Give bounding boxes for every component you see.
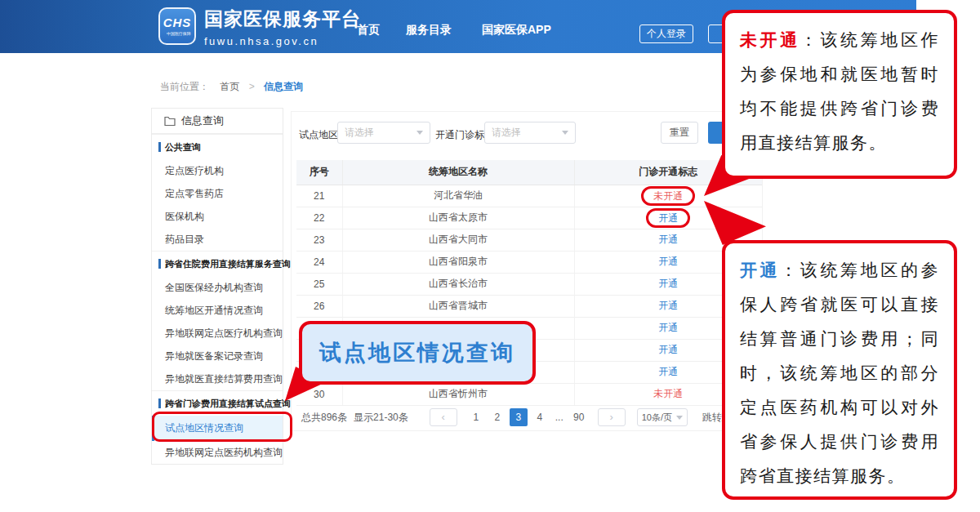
cell-region: 山西省晋城市	[342, 295, 574, 317]
cell-no: 25	[296, 273, 342, 295]
sidebar-item[interactable]: 定点零售药店	[152, 182, 283, 205]
sidebar-label: 异地联网定点医疗机构查询	[165, 327, 283, 339]
sidebar-label: 跨省住院费用直接结算服务查询	[165, 258, 291, 270]
page-number-90[interactable]: 90	[570, 408, 588, 426]
page: CHS 中国医疗保障 国家医保服务平台 fuwu.nhsa.gov.cn 首页 …	[0, 0, 980, 512]
page-size-value: 10条/页	[642, 412, 672, 424]
site-logo[interactable]: CHS 中国医疗保障	[158, 7, 196, 45]
callout-opened: 开通：该统筹地区的参保人跨省就医可以直接结算普通门诊费用；同时，该统筹地区的部分…	[722, 240, 957, 500]
pilot-region-placeholder: 请选择	[345, 122, 374, 143]
logo-abbr: CHS	[160, 16, 194, 29]
sidebar-section: 跨省住院费用直接结算服务查询	[152, 251, 283, 276]
sidebar-label: 异地就医备案记录查询	[165, 350, 263, 362]
cell-no: 23	[296, 229, 342, 251]
table-row: 25山西省长治市开通	[296, 273, 762, 295]
next-page-button[interactable]: ›	[598, 408, 626, 426]
sidebar-item[interactable]: 医保机构	[152, 205, 283, 228]
outpatient-flag-select[interactable]: 请选择	[484, 122, 576, 144]
page-size-select[interactable]: 10条/页	[637, 408, 688, 426]
sidebar-label: 定点零售药店	[165, 188, 224, 199]
section-marker-icon	[158, 398, 161, 408]
status-badge: 开通	[658, 256, 678, 267]
pilot-region-select[interactable]: 请选择	[337, 122, 430, 144]
callout-opened-term: 开通	[740, 260, 780, 279]
table-header-row: 序号 统筹地区名称 门诊开通标志	[296, 160, 762, 185]
nav-service-catalog[interactable]: 服务目录	[406, 23, 452, 38]
cell-region: 山西省阳泉市	[342, 251, 574, 273]
status-badge: 开通	[658, 322, 678, 333]
cell-region: 山西省太原市	[342, 207, 574, 229]
pagination-showing: 显示21-30条	[354, 411, 408, 425]
status-badge: 开通	[658, 344, 678, 355]
sidebar-item[interactable]: 全国医保经办机构查询	[152, 276, 283, 299]
cell-no: 24	[296, 251, 342, 273]
bubble-label: 试点地区情况查询	[319, 338, 515, 367]
status-badge-annotated: 开通	[646, 208, 690, 228]
sidebar-label: 全国医保经办机构查询	[165, 282, 263, 293]
sidebar-item[interactable]: 定点医疗机构	[152, 159, 283, 182]
table-row: 22山西省太原市开通	[296, 207, 762, 229]
cell-region: 河北省华油	[342, 185, 574, 207]
breadcrumb: 当前位置： 首页 > 信息查询	[160, 80, 303, 94]
status-badge: 开通	[658, 366, 678, 377]
section-marker-icon	[158, 142, 161, 152]
pagination-total: 总共896条	[301, 411, 347, 425]
chevron-down-icon	[676, 416, 683, 420]
cell-status: 未开通	[574, 185, 762, 207]
page-number-4[interactable]: 4	[531, 408, 549, 426]
cell-region: 山西省长治市	[342, 273, 574, 295]
sidebar-highlight-ring	[152, 412, 292, 442]
sidebar-list: 信息查询公共查询定点医疗机构定点零售药店医保机构药品目录跨省住院费用直接结算服务…	[152, 109, 283, 464]
table-row: 24山西省阳泉市开通	[296, 251, 762, 273]
cell-region: 山西省大同市	[342, 229, 574, 251]
table-row: 26山西省晋城市开通	[296, 295, 762, 317]
pagination: 总共896条 显示21-30条 ‹ 1234...90 › 10条/页 跳转至第	[301, 407, 759, 427]
col-header-region: 统筹地区名称	[342, 160, 574, 185]
chevron-down-icon	[562, 131, 568, 135]
status-badge: 开通	[658, 278, 678, 289]
personal-login-button[interactable]: 个人登录	[639, 24, 693, 43]
status-badge: 开通	[658, 234, 678, 245]
pilot-region-label: 试点地区	[299, 128, 338, 142]
status-badge: 未开通	[653, 388, 683, 399]
site-domain: fuwu.nhsa.gov.cn	[204, 35, 361, 47]
page-number-3[interactable]: 3	[510, 408, 528, 426]
sidebar-label: 异地联网定点医药机构查询	[165, 447, 283, 458]
breadcrumb-current[interactable]: 信息查询	[264, 81, 303, 92]
sidebar-section: 公共查询	[152, 134, 283, 159]
callout-not-opened: 未开通：该统筹地区作为参保地和就医地暂时均不能提供跨省门诊费用直接结算服务。	[722, 10, 957, 179]
sidebar-label: 药品目录	[165, 234, 204, 245]
reset-button[interactable]: 重置	[661, 122, 698, 144]
sidebar-label: 跨省门诊费用直接结算试点查询	[165, 398, 291, 410]
page-number-2[interactable]: 2	[488, 408, 506, 426]
cell-region: 山西省忻州市	[342, 383, 574, 405]
breadcrumb-home-link[interactable]: 首页	[220, 81, 239, 92]
sidebar-item[interactable]: 异地联网定点医药机构查询	[152, 441, 283, 464]
nav-home[interactable]: 首页	[357, 23, 380, 38]
folder-icon	[164, 116, 176, 126]
nav-nhsa-app[interactable]: 国家医保APP	[482, 23, 551, 38]
sidebar-label: 信息查询	[181, 114, 224, 128]
sidebar-label: 公共查询	[165, 141, 201, 154]
page-number-list: 1234...90	[467, 408, 588, 426]
sidebar-item[interactable]: 统筹地区开通情况查询	[152, 299, 283, 322]
status-badge: 开通	[658, 300, 678, 311]
page-number-1[interactable]: 1	[467, 408, 485, 426]
outpatient-flag-placeholder: 请选择	[492, 122, 521, 143]
sidebar-item[interactable]: 异地就医直接结算费用查询	[152, 367, 283, 390]
sidebar-item[interactable]: 信息查询	[152, 109, 283, 134]
section-marker-icon	[158, 259, 161, 269]
pilot-region-query-bubble: 试点地区情况查询	[299, 321, 536, 385]
table-row: 23山西省大同市开通	[296, 229, 762, 251]
cell-no: 21	[296, 185, 342, 207]
status-badge-annotated: 未开通	[641, 186, 695, 206]
callout-not-opened-term: 未开通	[740, 30, 800, 49]
chevron-down-icon	[416, 131, 423, 135]
sidebar-item[interactable]: 异地联网定点医疗机构查询	[152, 322, 283, 345]
sidebar-item[interactable]: 药品目录	[152, 228, 283, 251]
col-header-no: 序号	[296, 160, 342, 185]
logo-subtext: 中国医疗保障	[167, 31, 188, 37]
sidebar-item[interactable]: 异地就医备案记录查询	[152, 345, 283, 367]
prev-page-button[interactable]: ‹	[430, 408, 457, 426]
sidebar-label: 定点医疗机构	[165, 165, 224, 176]
